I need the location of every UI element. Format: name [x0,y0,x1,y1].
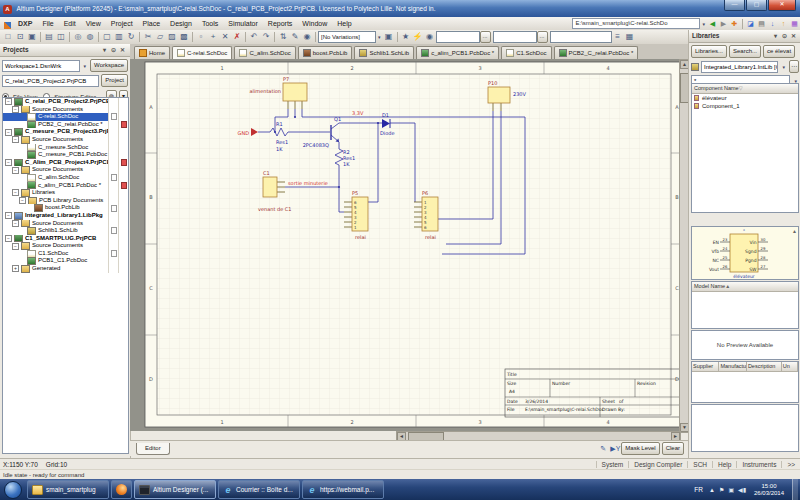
taskbar-button-altium-designer[interactable]: Altium Designer (... [134,480,216,499]
collapse-icon[interactable]: − [5,212,12,219]
taskbar-button-smain-smartplug[interactable]: smain_smartplug [27,480,109,499]
collapse-icon[interactable]: − [12,243,19,250]
open-icon[interactable]: ⊡ [14,31,26,43]
show-desktop-button[interactable] [792,479,798,500]
tree-item-c1-schdoc[interactable]: C1.SchDoc [3,250,128,258]
close-button[interactable]: ✕ [768,0,796,11]
menu-project[interactable]: Project [106,17,138,30]
chart-icon[interactable]: ◪ [745,18,756,30]
filter-combo-3[interactable] [550,31,612,43]
tray-expand-icon[interactable]: ▲ [709,487,715,493]
cancel-icon[interactable]: ✗ [231,31,243,43]
menu-place[interactable]: Place [138,17,166,30]
copy-icon[interactable]: ▱ [154,31,166,43]
panel-tab-sch[interactable]: SCH [687,461,712,468]
tree-item-c-mesure-pcb1-pcbdoc[interactable]: C_mesure_PCB1.PcbDoc [3,151,128,159]
collapse-icon[interactable]: − [5,98,12,105]
tree-item-schlib1-schlib[interactable]: Schlib1.SchLib [3,227,128,235]
component-item-component-1[interactable]: Component_1 [692,102,798,110]
tree-item-source-documents[interactable]: −Source Documents [3,106,128,114]
edit-icon[interactable]: ✎ [289,31,301,43]
doc-tab-boost-pcblib[interactable]: boost.PcbLib [298,46,353,59]
printer-icon[interactable]: ▤ [756,18,767,30]
panel-tab-design-compiler[interactable]: Design Compiler [628,461,687,468]
mask-filter-icon[interactable]: ▶Y [609,445,621,453]
network-icon[interactable]: ▣ [728,486,734,493]
address-bar[interactable]: E:\smain_smartplug\C-relai.SchDo [572,18,700,29]
panel-tab-item[interactable]: >> [781,461,800,468]
tree-item-boost-pcblib[interactable]: boost.PcbLib [3,204,128,212]
menu-reports[interactable]: Reports [263,17,298,30]
refresh-icon[interactable]: ↻ [125,31,137,43]
tree-item-source-documents[interactable]: −Source Documents [3,136,128,144]
doc-open-icon[interactable]: ▢ [101,31,113,43]
net-label-sortie-minuterie[interactable]: sortie minuterie [288,180,328,186]
panel-close-icon[interactable]: ✕ [118,44,127,56]
wand-icon[interactable]: ⚡ [412,31,424,43]
tree-item-source-documents[interactable]: −Source Documents [3,242,128,250]
tree-item-libraries[interactable]: −Libraries [3,189,128,197]
tree-item-c-mesure-schdoc[interactable]: C_mesure.SchDoc [3,144,128,152]
place-component-button[interactable]: ce élevat [763,45,795,58]
clear-icon[interactable]: ✕ [219,31,231,43]
panel-close-icon[interactable]: ✕ [789,30,798,42]
volume-icon[interactable]: ◀▮ [738,486,746,493]
tree-item-c-mesure-pcb-project3-prjpcb[interactable]: −C_mesure_PCB_Project3.PrjPCB [3,128,128,136]
tree-item-pcb2-c-relai-pcbdoc[interactable]: PCB2_C_relai.PcbDoc * [3,121,128,129]
editor-tab[interactable]: Editor [136,443,170,455]
expand-icon[interactable]: + [12,265,19,272]
library-dropdown-icon[interactable]: ▾ [780,64,787,70]
annotate-icon[interactable]: ✎ [597,445,609,453]
panel-pin-icon[interactable]: ⊙ [109,44,118,56]
component-name-header[interactable]: Component Name [694,84,739,93]
forward-icon[interactable]: ▶ [718,18,729,30]
panel-menu-icon[interactable]: ▾ [771,30,780,42]
compile-icon[interactable]: ⇅ [277,31,289,43]
column-header-un[interactable]: Un [782,362,798,371]
plus-icon[interactable]: + [207,31,219,43]
supplier-table[interactable]: SupplierManufactuDescriptionUn [691,361,799,403]
tree-item-c-alim-schdoc[interactable]: C_alim.SchDoc [3,174,128,182]
tree-item-integrated-library1-libpkg[interactable]: −Integrated_Library1.LibPkg [3,212,128,220]
model-name-header[interactable]: Model Name [694,282,725,291]
filter-combo-1[interactable] [436,31,480,43]
tree-item-c-alim-pcb1-pcbdoc[interactable]: c_alim_PCB1.PcbDoc * [3,182,128,190]
maximize-button[interactable]: ▢ [746,0,767,11]
doc-tab-c1-schdoc[interactable]: C1.SchDoc [501,46,551,59]
panel-tab-help[interactable]: Help [712,461,736,468]
menu-window[interactable]: Window [297,17,332,30]
action-center-icon[interactable]: ⚑ [719,486,724,493]
collapse-icon[interactable]: − [12,220,19,227]
schematic-sheet[interactable]: AABBCCDD11223344 P7 alimentation GND 3, [130,59,679,431]
model-list[interactable]: Model Name▲ [691,281,799,329]
tree-item-c-alim-pcb-project4-prjpcb[interactable]: −C_Alim_PCB_Project4.PrjPCB [3,159,128,167]
menu-file[interactable]: File [37,17,58,30]
proj-open-icon[interactable]: ▥ [113,31,125,43]
menu-dxp[interactable]: DXP [13,17,37,30]
schematic-editor-canvas[interactable]: AABBCCDD11223344 P7 alimentation GND 3, [130,59,679,431]
taskbar-button-courrier-bo-te-d[interactable]: eCourrier :: Boîte d... [218,480,300,499]
redo-icon[interactable]: ↷ [260,31,272,43]
panel-tab-instruments[interactable]: Instruments [736,461,781,468]
palette-icon[interactable]: ▦ [789,18,800,30]
column-header-supplier[interactable]: Supplier [692,362,719,371]
project-field[interactable]: C_relai_PCB_Project2.PrjPCB [2,75,99,87]
grid-menu-icon[interactable]: ▦ [624,31,636,43]
menu-help[interactable]: Help [332,17,356,30]
select-icon[interactable]: ▫ [195,31,207,43]
clear-button[interactable]: Clear [662,442,684,455]
minimize-button[interactable]: — [724,0,745,11]
collapse-icon[interactable]: ▲ [792,228,797,234]
undo-icon[interactable]: ↶ [248,31,260,43]
cut-icon[interactable]: ✂ [142,31,154,43]
menu-tools[interactable]: Tools [197,17,223,30]
variations-combo[interactable]: [No Variations] [318,31,376,43]
column-header-manufactu[interactable]: Manufactu [719,362,746,371]
library-browse-button[interactable]: ⋯ [789,60,799,73]
find-icon[interactable]: ◎ [72,31,84,43]
tree-item-generated[interactable]: +Generated [3,265,128,273]
camera-icon[interactable]: ◉ [424,31,436,43]
tree-item-source-documents[interactable]: −Source Documents [3,166,128,174]
panel-tab-system[interactable]: System [596,461,629,468]
up-icon[interactable]: ✚ [729,18,740,30]
